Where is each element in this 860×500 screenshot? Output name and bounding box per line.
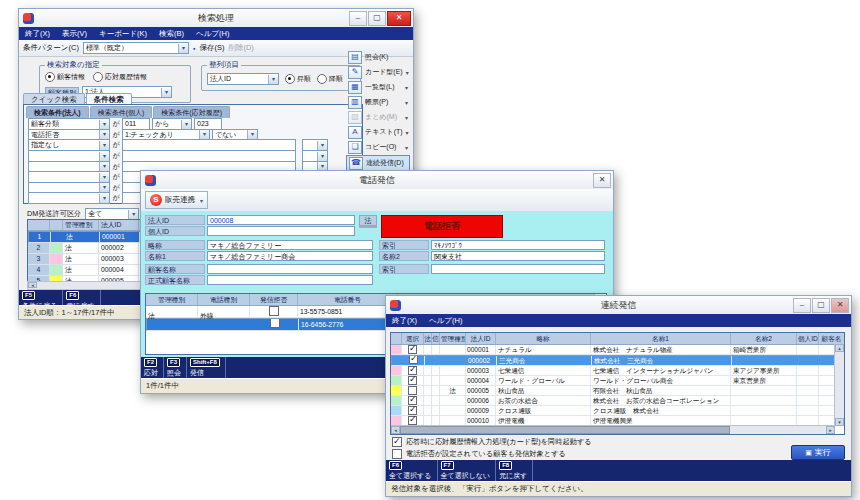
header-corp-id[interactable]: 法人ID xyxy=(99,220,139,230)
delete-button[interactable]: 削除(D) xyxy=(228,43,253,53)
radio-descending[interactable]: 降順 xyxy=(317,74,343,84)
scroll-down-arrow[interactable]: ▾ xyxy=(835,418,844,426)
header-name2[interactable]: 名称2 xyxy=(731,333,797,344)
select-cell[interactable] xyxy=(402,396,424,405)
select-cell[interactable] xyxy=(402,376,424,385)
auto-launch-checkbox[interactable] xyxy=(392,437,402,447)
header-kind[interactable]: 管理種別 xyxy=(63,220,99,230)
header-reject[interactable]: 発信拒否 xyxy=(250,294,298,305)
header-number[interactable]: 電話番号 xyxy=(298,294,398,305)
index1-field[interactable]: ﾏｷﾉｿｳｺﾞｳ xyxy=(431,240,605,250)
reject-checkbox-cell[interactable] xyxy=(250,306,298,317)
maximize-button[interactable]: ▢ xyxy=(368,11,386,26)
select-cell[interactable] xyxy=(402,406,424,415)
sales-link-button[interactable]: S 販売連携 ▾ xyxy=(145,191,208,209)
include-rejected-option[interactable]: 電話拒否が設定されている顧客も発信対象とする xyxy=(392,449,566,459)
header-corp-id[interactable]: 法人ID xyxy=(466,333,496,344)
header-kind[interactable]: 管理種別 xyxy=(440,333,466,344)
header-b[interactable]: 信 xyxy=(432,333,440,344)
auto-launch-option[interactable]: 応答時に応対履歴情報入力処理(カード型)を同時起動する xyxy=(392,437,592,447)
side-button[interactable]: A テキスト(T) ▾ xyxy=(346,125,410,139)
reject-checkbox-cell[interactable] xyxy=(251,318,299,331)
select-checkbox[interactable] xyxy=(409,355,418,364)
fkey-button[interactable]: F6 元に戻す xyxy=(63,290,100,305)
person-chip-button[interactable] xyxy=(359,226,377,228)
dial-row[interactable]: 000006 お茶の水総合 株式会社 お茶の水総合コーポレーション xyxy=(391,396,844,406)
menu-item[interactable]: 検索(B) xyxy=(159,29,184,39)
dial-hscrollbar[interactable]: ◂ ▸ xyxy=(391,425,835,434)
select-checkbox[interactable] xyxy=(408,416,417,425)
official-name-field[interactable] xyxy=(207,275,373,285)
close-button[interactable]: ✕ xyxy=(387,11,411,26)
menu-item[interactable]: 終了(X) xyxy=(392,316,417,326)
header-short-name[interactable]: 略称 xyxy=(496,333,591,344)
menu-item[interactable]: キーボード(K) xyxy=(99,29,147,39)
dial-titlebar[interactable]: 連続発信 – ▢ ✕ xyxy=(386,296,851,315)
dial-row[interactable]: 000002 三光商会 株式会社 三光商会 xyxy=(391,355,844,366)
pattern-select[interactable]: 標準（既定）▾ xyxy=(83,42,189,54)
radio-ascending[interactable]: 昇順 xyxy=(285,74,311,84)
reject-checkbox[interactable] xyxy=(270,318,280,328)
radio-customer-info[interactable]: 顧客情報 xyxy=(45,72,85,82)
scroll-up-arrow[interactable]: ▴ xyxy=(835,344,844,352)
condition-tab[interactable]: 検索条件(応対履歴) xyxy=(153,106,230,118)
scroll-right-arrow[interactable]: ▸ xyxy=(826,426,835,434)
header-name1[interactable]: 名称1 xyxy=(591,333,731,344)
corp-chip-button[interactable]: 法 xyxy=(359,215,377,226)
select-checkbox[interactable] xyxy=(408,345,417,354)
include-rejected-checkbox[interactable] xyxy=(392,449,402,459)
side-button[interactable]: ▤ 照会(K) xyxy=(346,50,410,64)
fkey-button[interactable]: F5 条件に戻る xyxy=(19,290,63,305)
sort-item-select[interactable]: 法人ID▾ xyxy=(207,73,279,85)
select-checkbox[interactable] xyxy=(408,406,417,415)
dial-row[interactable]: 000004 ワールド・グローバル ワールド・グローバル商会 東京営業所 xyxy=(391,376,844,386)
radio-history-info[interactable]: 応対履歴情報 xyxy=(93,72,147,82)
dial-row[interactable]: 000001 ナチュラル 株式会社 ナチュラル物産 箱崎営業所 xyxy=(391,345,844,355)
fkey-button[interactable]: Shift+F8 発信 xyxy=(187,357,226,379)
select-checkbox[interactable] xyxy=(408,386,417,395)
condition-tab[interactable]: 検索条件(法人) xyxy=(26,106,89,118)
close-button[interactable]: ✕ xyxy=(593,173,611,188)
scroll-left-arrow[interactable]: ◂ xyxy=(391,426,400,434)
condition-field-select[interactable]: ▾ xyxy=(28,192,110,204)
maximize-button[interactable]: ▢ xyxy=(812,298,830,313)
customer-name-field[interactable] xyxy=(207,264,373,274)
dial-row[interactable]: 000009 クロス通販 クロス通販 株式会社 xyxy=(391,406,844,416)
select-cell[interactable] xyxy=(402,366,424,375)
index2-field[interactable] xyxy=(431,264,605,274)
header-kind[interactable]: 管理種別 xyxy=(146,294,198,305)
fkey-button[interactable]: F6 全て選択する xyxy=(386,460,438,481)
name1-field[interactable]: マキノ総合ファミリー商会 xyxy=(207,251,373,261)
select-checkbox[interactable] xyxy=(408,376,417,385)
reject-checkbox[interactable] xyxy=(269,306,279,316)
menu-item[interactable]: 表示(V) xyxy=(62,29,87,39)
select-cell[interactable] xyxy=(402,416,424,425)
side-button[interactable]: ☎ 連続発信(D) xyxy=(346,155,410,171)
dial-row[interactable]: 000003 七栄通信 七栄通信 インターナショナルジャパン 東アジア事業所 xyxy=(391,366,844,376)
minimize-button[interactable]: – xyxy=(793,298,811,313)
run-button[interactable]: ▣ 実行 xyxy=(791,445,845,460)
menu-item[interactable]: 終了(X) xyxy=(25,29,50,39)
minimize-button[interactable]: – xyxy=(349,11,367,26)
dial-row[interactable]: 法 000005 秋山食品 有限会社 秋山食品 xyxy=(391,386,844,396)
select-cell[interactable] xyxy=(403,355,425,366)
side-button[interactable]: ✎ カード型(E) ▾ xyxy=(346,65,410,79)
select-checkbox[interactable] xyxy=(408,396,417,405)
header-customer-name[interactable]: 顧客名 xyxy=(819,333,844,344)
save-button[interactable]: 保存(S) xyxy=(199,43,224,53)
side-button[interactable]: ▥ 帳票(P) ▾ xyxy=(346,95,410,109)
fkey-button[interactable]: F7 全て選択しない xyxy=(438,460,497,481)
side-button[interactable]: ▧ まとめ(M) ▾ xyxy=(346,110,410,124)
header-person-id[interactable]: 個人ID xyxy=(797,333,819,344)
fkey-button[interactable]: F2 応対 xyxy=(141,357,164,379)
header-select[interactable]: 選択 xyxy=(402,333,424,344)
header-a[interactable]: 法 xyxy=(424,333,432,344)
scroll-thumb[interactable] xyxy=(400,426,730,434)
call-titlebar[interactable]: 電話発信 ✕ xyxy=(141,171,613,190)
fkey-button[interactable]: F3 照会 xyxy=(164,357,187,379)
select-cell[interactable] xyxy=(402,345,424,354)
side-button[interactable]: ❏ コピー(O) ▾ xyxy=(346,140,410,154)
select-cell[interactable] xyxy=(402,386,424,395)
side-button[interactable]: ▦ 一覧型(L) ▾ xyxy=(346,80,410,94)
menu-item[interactable]: ヘルプ(H) xyxy=(429,316,462,326)
